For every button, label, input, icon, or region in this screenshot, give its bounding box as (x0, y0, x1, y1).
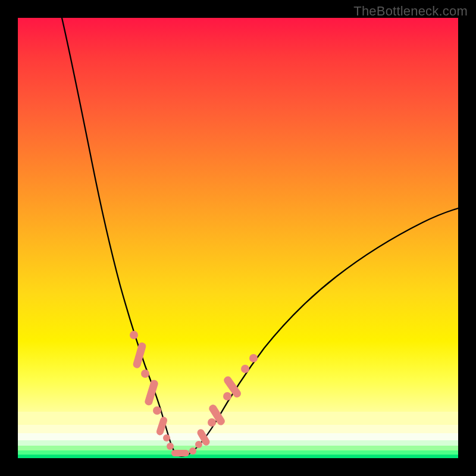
plot-area (18, 18, 458, 458)
pill-valley-1 (171, 450, 189, 456)
pill-left-3 (155, 416, 168, 436)
dot-left-1 (130, 331, 138, 339)
dot-valley-1 (167, 443, 174, 450)
dot-right-2 (223, 392, 231, 400)
curve-svg (18, 18, 458, 458)
watermark-text: TheBottleneck.com (353, 4, 468, 19)
dot-right-4 (249, 354, 258, 362)
dot-left-4 (163, 434, 170, 441)
pill-left-2 (144, 379, 159, 406)
dot-right-3 (241, 365, 249, 373)
dot-right-1 (208, 418, 216, 427)
dot-left-2 (141, 369, 149, 378)
chart-frame: TheBottleneck.com (0, 0, 476, 476)
dot-valley-3 (195, 441, 202, 448)
bottleneck-curve (62, 18, 458, 456)
dot-valley-2 (189, 447, 196, 455)
dot-left-3 (153, 406, 161, 415)
